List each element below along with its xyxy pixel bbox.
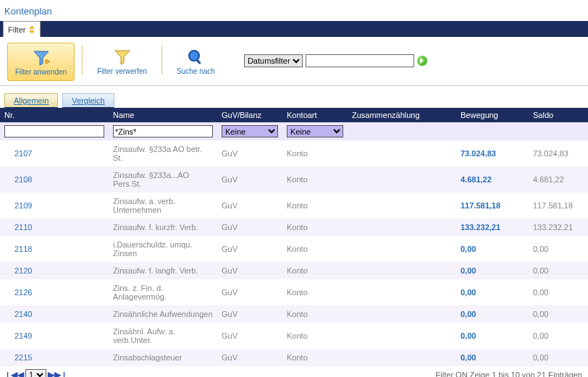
toolbar-separator: [82, 46, 83, 75]
cell-nr: 2110: [0, 219, 109, 236]
table-row[interactable]: 2120Zinsaufw. f. langfr. Verb.GuVKonto0,…: [0, 262, 588, 279]
svg-rect-6: [196, 59, 201, 64]
cell-nr: 2149: [0, 323, 109, 349]
table-row[interactable]: 2110Zinsaufw. f. kurzfr. Verb.GuVKonto13…: [0, 219, 588, 236]
cell-name: Zinsabschlagsteuer: [109, 349, 217, 366]
cell-nr: 2107: [0, 140, 109, 166]
cell-saldo: 73.024,83: [529, 140, 588, 166]
table-row[interactable]: 2215ZinsabschlagsteuerGuVKonto0,000,00: [0, 349, 588, 366]
grid: Nr. Name GuV/Bilanz Kontoart Zusammenzäh…: [0, 108, 588, 366]
table-row[interactable]: 2149Zinsähnl. Aufw. a. verb.Unter.GuVKon…: [0, 323, 588, 349]
pager-first-icon[interactable]: ◀◀: [11, 370, 24, 377]
cell-zus: [348, 166, 456, 192]
toolbar: Filter anwenden Filter verwerfen Suche n…: [0, 37, 588, 86]
cell-kontoart: Konto: [282, 323, 348, 349]
col-zus[interactable]: Zusammenzählung: [348, 108, 456, 122]
cell-nr: 2140: [0, 305, 109, 323]
cell-name: Zins. z. Fin. d. Anlagevermög.: [109, 279, 217, 305]
cell-name: Zinsaufw. f. langfr. Verb.: [109, 262, 217, 279]
table-row[interactable]: 2107Zinsaufw. §233a AO betr. St.GuVKonto…: [0, 140, 588, 166]
col-guv[interactable]: GuV/Bilanz: [217, 108, 282, 122]
filter-nr-input[interactable]: [4, 125, 104, 137]
col-nr[interactable]: Nr.: [0, 108, 109, 122]
discard-filter-label: Filter verwerfen: [97, 67, 147, 75]
pager-last-icon[interactable]: ▶▶: [48, 370, 61, 377]
filter-kontoart-select[interactable]: Keine: [287, 125, 343, 137]
cell-kontoart: Konto: [282, 279, 348, 305]
cell-name: Zinsaufw. a. verb. Unternehmen: [109, 192, 217, 219]
cell-kontoart: Konto: [282, 192, 348, 219]
grid-body: 2107Zinsaufw. §233a AO betr. St.GuVKonto…: [0, 140, 588, 366]
cell-zus: [348, 305, 456, 323]
cell-kontoart: Konto: [282, 140, 348, 166]
table-row[interactable]: 2118i.Dauerschuldz. umqu. ZinsenGuVKonto…: [0, 236, 588, 262]
sort-icon: [28, 25, 35, 34]
cell-nr: 2120: [0, 262, 109, 279]
cell-nr: 2109: [0, 192, 109, 219]
cell-bew: 0,00: [456, 279, 529, 305]
cell-saldo: 0,00: [529, 236, 588, 262]
filter-guv-select[interactable]: Keine: [222, 125, 278, 137]
cell-zus: [348, 219, 456, 236]
cell-kontoart: Konto: [282, 305, 348, 323]
cell-saldo: 0,00: [529, 279, 588, 305]
cell-saldo: 133.232,21: [529, 219, 588, 236]
view-tabs: Allgemein Vergleich: [0, 86, 588, 108]
filter-tab[interactable]: Filter: [3, 21, 41, 37]
funnel-discard-icon: [113, 47, 132, 67]
search-button[interactable]: Suche nach: [169, 43, 222, 80]
svg-marker-0: [29, 25, 35, 29]
svg-point-5: [189, 51, 199, 61]
cell-bew: 0,00: [456, 323, 529, 349]
cell-saldo: 0,00: [529, 262, 588, 279]
discard-filter-button[interactable]: Filter verwerfen: [90, 43, 154, 80]
cell-kontoart: Konto: [282, 349, 348, 366]
date-filter-group: Datumsfilter: [244, 54, 427, 67]
pager-last-bar: |: [63, 370, 65, 377]
apply-filter-label: Filter anwenden: [15, 68, 67, 76]
cell-bew: 117.581,18: [456, 192, 529, 219]
cell-guv: GuV: [217, 219, 282, 236]
cell-zus: [348, 236, 456, 262]
cell-zus: [348, 140, 456, 166]
table-row[interactable]: 2108Zinsaufw. §233a...AO Pers.St.GuVKont…: [0, 166, 588, 192]
svg-marker-4: [115, 51, 130, 64]
cell-saldo: 0,00: [529, 305, 588, 323]
cell-kontoart: Konto: [282, 166, 348, 192]
grid-filter-row: Keine Keine: [0, 122, 588, 140]
cell-name: Zinsaufw. f. kurzfr. Verb.: [109, 219, 217, 236]
cell-guv: GuV: [217, 192, 282, 219]
cell-guv: GuV: [217, 140, 282, 166]
cell-bew: 73.024,83: [456, 140, 529, 166]
table-row[interactable]: 2126Zins. z. Fin. d. Anlagevermög.GuVKon…: [0, 279, 588, 305]
table-row[interactable]: 2109Zinsaufw. a. verb. UnternehmenGuVKon…: [0, 192, 588, 219]
pager: | ◀◀ 1 ▶▶ |: [6, 369, 66, 377]
search-icon: [188, 47, 203, 67]
cell-kontoart: Konto: [282, 219, 348, 236]
tab-vergleich[interactable]: Vergleich: [62, 93, 114, 108]
col-kontoart[interactable]: Kontoart: [282, 108, 348, 122]
tab-allgemein[interactable]: Allgemein: [4, 93, 58, 108]
date-filter-select[interactable]: Datumsfilter: [244, 54, 303, 67]
apply-filter-button[interactable]: Filter anwenden: [7, 43, 75, 81]
cell-bew: 0,00: [456, 262, 529, 279]
filter-name-input[interactable]: [113, 125, 213, 137]
table-row[interactable]: 2140Zinsähnliche AufwendungenGuVKonto0,0…: [0, 305, 588, 323]
date-filter-go-button[interactable]: [417, 56, 427, 66]
cell-name: Zinsähnliche Aufwendungen: [109, 305, 217, 323]
pager-page-select[interactable]: 1: [25, 369, 46, 377]
cell-name: Zinsähnl. Aufw. a. verb.Unter.: [109, 323, 217, 349]
col-saldo[interactable]: Saldo: [529, 108, 588, 122]
cell-guv: GuV: [217, 166, 282, 192]
cell-zus: [348, 262, 456, 279]
cell-bew: 0,00: [456, 349, 529, 366]
footer: | ◀◀ 1 ▶▶ | Filter ON Zeige 1 bis 10 von…: [0, 366, 588, 377]
col-name[interactable]: Name: [109, 108, 217, 122]
search-label: Suche nach: [177, 67, 215, 75]
cell-kontoart: Konto: [282, 262, 348, 279]
date-filter-input[interactable]: [306, 54, 414, 67]
svg-marker-1: [29, 30, 35, 34]
cell-name: Zinsaufw. §233a...AO Pers.St.: [109, 166, 217, 192]
col-bew[interactable]: Bewegung: [456, 108, 529, 122]
cell-bew: 0,00: [456, 236, 529, 262]
